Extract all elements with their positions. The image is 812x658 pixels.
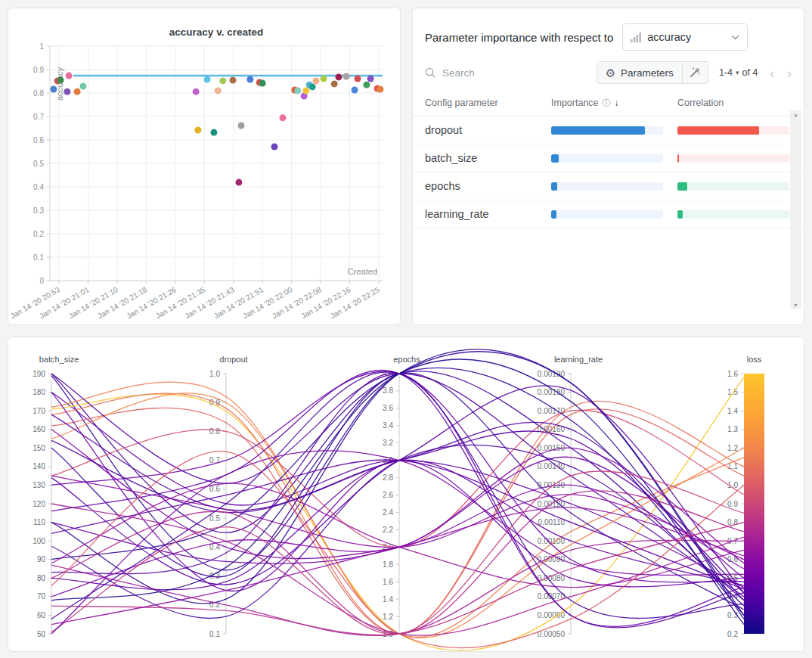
run-point[interactable] [302, 87, 309, 94]
run-line[interactable] [51, 393, 744, 638]
search-input[interactable] [441, 67, 542, 79]
run-point[interactable] [331, 80, 338, 87]
pagination-info[interactable]: 1-4 ▾ of 4 [719, 67, 758, 78]
svg-text:140: 140 [33, 462, 45, 470]
parameter-importance-panel: Parameter importance with respect to acc… [412, 8, 804, 325]
column-importance[interactable]: Importance ⓘ ↓ [551, 98, 677, 109]
importance-bar [551, 154, 559, 163]
svg-text:1.6: 1.6 [727, 370, 738, 378]
run-point[interactable] [215, 87, 222, 94]
run-point[interactable] [66, 73, 73, 79]
correlation-bar [677, 154, 679, 163]
svg-text:0.1: 0.1 [209, 630, 220, 638]
run-point[interactable] [80, 83, 87, 90]
run-point[interactable] [271, 143, 278, 150]
run-point[interactable] [57, 76, 64, 83]
run-point[interactable] [309, 83, 316, 90]
run-point[interactable] [321, 76, 327, 82]
parameters-button-label: Parameters [621, 67, 674, 79]
run-point[interactable] [313, 77, 320, 84]
svg-text:0.8: 0.8 [209, 427, 220, 436]
svg-text:3.6: 3.6 [383, 404, 393, 412]
run-point[interactable] [377, 86, 383, 93]
run-lines[interactable] [51, 349, 744, 650]
svg-text:1.5: 1.5 [727, 388, 738, 396]
scroll-up-icon[interactable]: ▲ [793, 112, 798, 117]
column-correlation[interactable]: Correlation [677, 98, 792, 108]
run-point[interactable] [210, 129, 217, 136]
svg-text:Jan 14 '20 22:08: Jan 14 '20 22:08 [271, 285, 324, 321]
run-point[interactable] [352, 86, 358, 93]
run-point[interactable] [343, 73, 350, 79]
search-box[interactable] [425, 67, 542, 79]
svg-text:Jan 14 '20 21:43: Jan 14 '20 21:43 [183, 285, 236, 321]
run-point[interactable] [194, 126, 201, 133]
run-line[interactable] [51, 414, 744, 593]
run-point[interactable] [64, 88, 70, 95]
next-page-button[interactable]: › [787, 66, 792, 80]
run-point[interactable] [235, 179, 242, 186]
table-body: dropoutbatch_sizeepochslearning_rate [413, 116, 804, 228]
svg-text:0.00110: 0.00110 [538, 518, 566, 526]
svg-text:2.2: 2.2 [383, 526, 393, 534]
scatter-points[interactable] [50, 73, 383, 186]
svg-text:3.4: 3.4 [383, 421, 393, 430]
svg-text:1.2: 1.2 [727, 444, 738, 452]
config-parameter-name: batch_size [425, 152, 551, 164]
run-point[interactable] [294, 87, 301, 94]
bar-chart-icon [631, 33, 641, 42]
run-point[interactable] [363, 82, 370, 88]
importance-bar-track [551, 182, 663, 191]
run-point[interactable] [367, 76, 374, 82]
run-line[interactable] [51, 460, 744, 589]
x-tick-labels: Jan 14 '20 20:53Jan 14 '20 21:01Jan 14 '… [9, 281, 382, 321]
metric-dropdown[interactable]: accuracy [622, 23, 748, 51]
run-point[interactable] [50, 86, 57, 93]
run-point[interactable] [74, 88, 81, 95]
run-point[interactable] [238, 123, 245, 129]
svg-text:0.4: 0.4 [33, 183, 44, 191]
run-point[interactable] [335, 73, 342, 80]
run-point[interactable] [219, 77, 226, 84]
table-row[interactable]: batch_size [413, 144, 804, 172]
run-line[interactable] [51, 371, 744, 606]
run-point[interactable] [355, 76, 361, 82]
svg-text:0.9: 0.9 [33, 66, 44, 74]
svg-text:0.3: 0.3 [33, 206, 44, 215]
svg-text:Jan 14 '20 21:35: Jan 14 '20 21:35 [154, 285, 207, 321]
svg-text:Jan 14 '20 22:16: Jan 14 '20 22:16 [299, 285, 352, 321]
scroll-down-icon[interactable]: ▼ [793, 303, 798, 308]
svg-text:1.4: 1.4 [727, 407, 738, 415]
y-tick-labels: 00.10.20.30.40.50.60.70.80.91 [33, 42, 50, 285]
run-line[interactable] [51, 408, 744, 634]
run-line[interactable] [51, 374, 744, 597]
table-row[interactable]: learning_rate [413, 200, 804, 228]
prev-page-button[interactable]: ‹ [770, 66, 774, 80]
svg-text:1.3: 1.3 [727, 425, 738, 433]
run-point[interactable] [246, 76, 253, 83]
chevron-down-icon [731, 35, 739, 40]
run-point[interactable] [230, 76, 237, 83]
run-point[interactable] [280, 114, 287, 121]
axis-title-learning_rate: learning_rate [554, 355, 603, 364]
pagination-range: 1-4 [719, 67, 733, 78]
magic-wand-button[interactable] [683, 61, 708, 84]
svg-text:Jan 14 '20 21:51: Jan 14 '20 21:51 [212, 285, 265, 321]
run-line[interactable] [51, 483, 744, 587]
svg-text:2.8: 2.8 [383, 473, 393, 482]
svg-text:1.0: 1.0 [209, 370, 220, 378]
table-row[interactable]: dropout [413, 116, 804, 144]
correlation-bar-track [677, 210, 789, 219]
pagination-of: of 4 [742, 67, 758, 78]
run-point[interactable] [259, 79, 266, 86]
parameters-button[interactable]: ⚙ Parameters [597, 61, 683, 84]
config-parameter-name: epochs [425, 180, 551, 192]
table-row[interactable]: epochs [413, 172, 804, 200]
run-point[interactable] [193, 88, 200, 95]
loss-colorbar [744, 374, 764, 634]
run-point[interactable] [204, 76, 211, 83]
svg-text:0.5: 0.5 [209, 514, 220, 523]
svg-text:0.00060: 0.00060 [538, 611, 566, 619]
table-scrollbar[interactable]: ▲ ▼ [790, 110, 801, 309]
run-line[interactable] [51, 393, 744, 634]
